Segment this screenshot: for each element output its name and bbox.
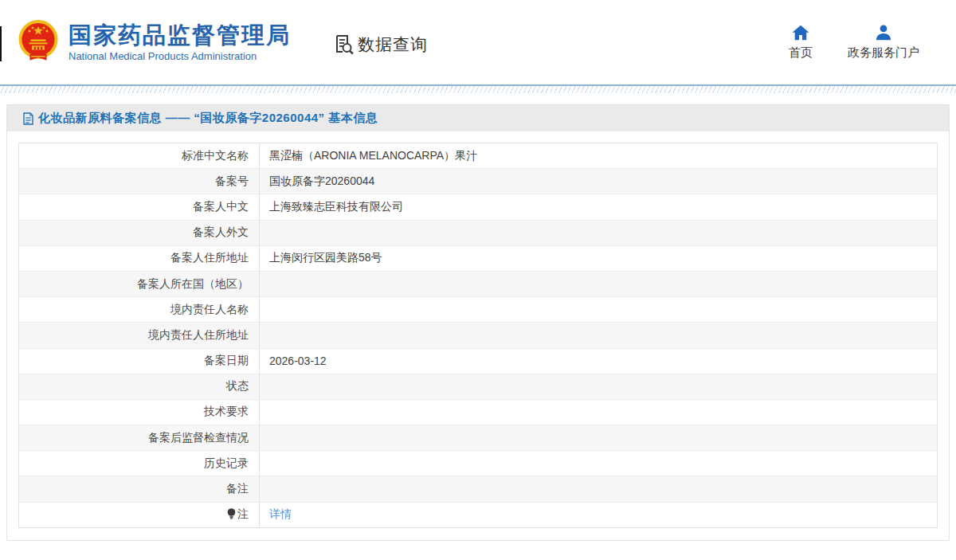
row-value: 上海致臻志臣科技有限公司 (260, 194, 938, 220)
row-value (260, 476, 938, 502)
bulb-icon (226, 507, 237, 519)
table-row: 备案后监督检查情况 (19, 425, 938, 451)
table-row: 标准中文名称 黑涩楠（ARONIA MELANOCARPA）果汁 (19, 143, 938, 169)
brand-block: 国家药品监督管理局 National Medical Products Admi… (69, 22, 291, 62)
row-label: 状态 (19, 374, 260, 399)
row-value: 黑涩楠（ARONIA MELANOCARPA）果汁 (260, 143, 938, 169)
table-row: 技术要求 (19, 399, 938, 425)
note-label: 注 (237, 507, 249, 520)
row-value: 2026-03-12 (260, 348, 938, 374)
row-label: 备注 (19, 476, 260, 502)
table-row: 状态 (19, 374, 938, 399)
row-value (260, 220, 938, 245)
row-label: 境内责任人住所地址 (19, 323, 260, 348)
page-title: 化妆品新原料备案信息 —— “国妆原备字20260044” 基本信息 (38, 111, 378, 126)
panel-titlebar: 化妆品新原料备案信息 —— “国妆原备字20260044” 基本信息 (7, 105, 949, 131)
table-row: 备案人所在国（地区） (19, 271, 938, 296)
row-label: 标准中文名称 (19, 143, 260, 169)
row-label: 技术要求 (19, 399, 260, 425)
top-nav: 首页 政务服务门户 (789, 25, 919, 61)
national-emblem-logo (16, 18, 61, 67)
row-value (260, 271, 938, 296)
row-label: 备案人中文 (19, 194, 260, 220)
row-value (260, 451, 938, 476)
table-row: 历史记录 (19, 451, 938, 476)
row-value (260, 425, 938, 451)
table-row: 备案人中文 上海致臻志臣科技有限公司 (19, 194, 938, 220)
nav-home[interactable]: 首页 (789, 25, 813, 61)
data-search-icon (334, 33, 355, 56)
table-row: 备案人住所地址 上海闵行区园美路58号 (19, 245, 938, 271)
row-value: 国妆原备字20260044 (260, 169, 938, 194)
table-row: 备注 (19, 476, 938, 502)
row-value (260, 323, 938, 348)
row-label: 历史记录 (19, 451, 260, 476)
row-label: 备案后监督检查情况 (19, 425, 260, 451)
row-label: 备案人所在国（地区） (19, 271, 260, 296)
home-icon (792, 25, 809, 41)
nav-gov-portal[interactable]: 政务服务门户 (848, 25, 919, 61)
detail-link[interactable]: 详情 (269, 507, 292, 520)
agency-title-en: National Medical Products Administration (69, 50, 291, 62)
header-hatch-band (0, 86, 956, 93)
document-icon (22, 112, 34, 125)
agency-title-zh: 国家药品监督管理局 (69, 22, 291, 49)
screen-edge-artifact (0, 26, 2, 61)
row-value (260, 399, 938, 425)
header: 国家药品监督管理局 National Medical Products Admi… (0, 0, 956, 84)
info-panel: 化妆品新原料备案信息 —— “国妆原备字20260044” 基本信息 标准中文名… (6, 104, 950, 541)
filing-info-table: 标准中文名称 黑涩楠（ARONIA MELANOCARPA）果汁 备案号 国妆原… (18, 143, 938, 528)
table-row: 备案人外文 (19, 220, 938, 245)
row-value: 上海闵行区园美路58号 (260, 245, 938, 271)
row-label: 备案日期 (19, 348, 260, 374)
table-row: 境内责任人名称 (19, 297, 938, 323)
row-label: 备案人住所地址 (19, 245, 260, 271)
row-value (260, 297, 938, 323)
table-row: 备案日期 2026-03-12 (19, 348, 938, 374)
table-row: 备案号 国妆原备字20260044 (19, 169, 938, 194)
row-value (260, 374, 938, 399)
row-label: 备案号 (19, 169, 260, 194)
row-label: 注 (19, 502, 260, 527)
nav-home-label: 首页 (789, 45, 813, 61)
row-label: 备案人外文 (19, 220, 260, 245)
nav-gov-portal-label: 政务服务门户 (848, 45, 919, 61)
row-label: 境内责任人名称 (19, 297, 260, 323)
table-row-note: 注 详情 (19, 502, 938, 527)
table-container: 标准中文名称 黑涩楠（ARONIA MELANOCARPA）果汁 备案号 国妆原… (7, 131, 949, 540)
user-icon (875, 25, 892, 41)
data-query-section: 数据查询 (334, 33, 428, 56)
table-row: 境内责任人住所地址 (19, 323, 938, 348)
data-query-label: 数据查询 (358, 33, 428, 56)
